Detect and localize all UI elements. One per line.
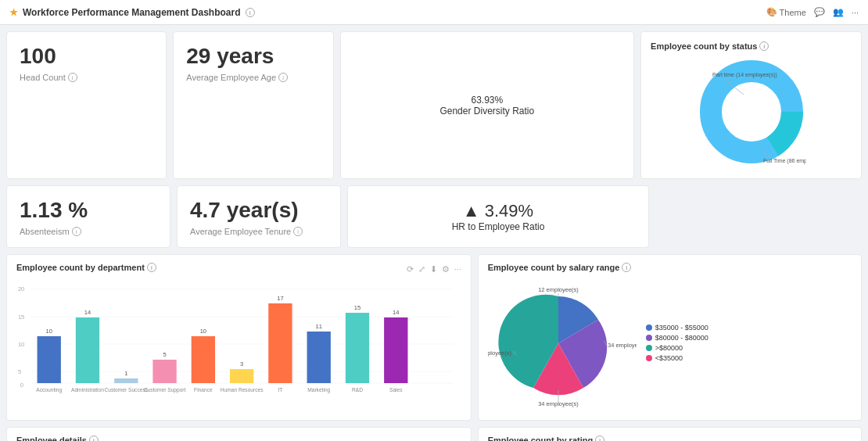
pie-chart-container: 12 employee(s) 34 employee(s) 20 employe… — [488, 277, 637, 412]
dashboard-title: Workforce Performance Management Dashboa… — [23, 7, 241, 18]
kpi-tenure: 4.7 year(s) Average Employee Tenure i — [177, 185, 341, 248]
legend-dot-3 — [646, 345, 652, 351]
legend-dot-1 — [646, 324, 652, 331]
salary-pie-area: 12 employee(s) 34 employee(s) 20 employe… — [488, 277, 852, 412]
dept-bar-chart: 20 15 10 5 0 10 Accounting — [16, 281, 461, 395]
svg-text:15: 15 — [354, 303, 360, 310]
gender-value: 63.93% — [471, 95, 503, 106]
svg-text:12 employee(s): 12 employee(s) — [538, 286, 579, 293]
more-icon[interactable]: ··· — [852, 8, 859, 17]
legend-item-4: <$35000 — [646, 354, 708, 362]
svg-text:0: 0 — [20, 381, 24, 388]
donut-chart-area: Part time (14 employee(s)) Full Time (86… — [651, 57, 852, 169]
svg-text:R&D: R&D — [352, 386, 363, 392]
status-card-title: Employee count by status i — [651, 41, 852, 51]
top-bar-left: ★ Workforce Performance Management Dashb… — [9, 7, 255, 18]
bar-it[interactable] — [268, 303, 292, 383]
absenteeism-value: 1.13 % — [20, 197, 157, 224]
tenure-info-icon[interactable]: i — [293, 227, 303, 236]
bottom-row: Employee details i Name Email Department… — [6, 427, 862, 441]
avg-age-info-icon[interactable]: i — [278, 73, 288, 82]
bar-accounting[interactable] — [38, 336, 61, 383]
employee-table-card: Employee details i Name Email Department… — [6, 427, 472, 441]
svg-text:20: 20 — [18, 285, 25, 292]
salary-info-icon[interactable]: i — [622, 263, 631, 272]
headcount-label: Head Count i — [20, 73, 153, 82]
salary-pie-chart: 12 employee(s) 34 employee(s) 20 employe… — [488, 277, 637, 410]
svg-text:1: 1 — [124, 369, 127, 376]
bar-sales[interactable] — [384, 317, 407, 383]
svg-text:Accounting: Accounting — [36, 386, 62, 393]
theme-button[interactable]: 🎨 Theme — [766, 7, 806, 17]
avg-age-label: Average Employee Age i — [186, 73, 320, 82]
legend-item-1: $35000 - $55000 — [646, 324, 708, 332]
svg-text:10: 10 — [18, 340, 25, 347]
headcount-value: 100 — [20, 43, 153, 70]
absenteeism-info-icon[interactable]: i — [72, 227, 81, 236]
svg-text:34 employee(s): 34 employee(s) — [608, 342, 637, 349]
bar-administration[interactable] — [76, 317, 99, 383]
bar-customer-success[interactable] — [114, 378, 138, 383]
employee-table-title: Employee details i — [16, 436, 461, 441]
svg-text:IT: IT — [278, 386, 282, 392]
status-card: Employee count by status i Part time (14… — [640, 31, 862, 179]
status-info-icon[interactable]: i — [759, 41, 769, 51]
legend-item-3: >$80000 — [646, 344, 708, 352]
refresh-icon[interactable]: ⟳ — [407, 264, 414, 274]
palette-icon: 🎨 — [766, 7, 777, 17]
svg-text:10: 10 — [200, 327, 207, 334]
bar-marketing[interactable] — [307, 332, 331, 383]
svg-text:3: 3 — [240, 360, 243, 367]
filter-icon[interactable]: ⚙ — [442, 264, 450, 274]
tenure-label: Average Employee Tenure i — [190, 227, 328, 236]
tenure-value: 4.7 year(s) — [190, 197, 328, 224]
legend-dot-2 — [646, 335, 652, 341]
rating-chart-card: Employee count by rating i 40 30 20 10 0 — [478, 427, 862, 441]
kpi-row-1: 100 Head Count i 29 years Average Employ… — [6, 31, 862, 179]
dept-chart-icons: ⟳ ⤢ ⬇ ⚙ ··· — [407, 264, 461, 274]
svg-text:15: 15 — [18, 313, 24, 320]
download-icon[interactable]: ⬇ — [430, 264, 437, 274]
absenteeism-label: Absenteeism i — [20, 227, 157, 236]
dept-chart-card: Employee count by department i ⟳ ⤢ ⬇ ⚙ ·… — [6, 254, 472, 421]
salary-chart-title: Employee count by salary range i — [488, 263, 852, 272]
svg-text:11: 11 — [316, 322, 322, 329]
expand-icon[interactable]: ⤢ — [418, 264, 425, 274]
svg-text:14: 14 — [393, 308, 400, 315]
top-bar-right: 🎨 Theme 💬 👥 ··· — [766, 7, 859, 17]
avg-age-value: 29 years — [186, 43, 320, 70]
bar-rnd[interactable] — [346, 313, 369, 383]
table-info-icon[interactable]: i — [89, 436, 99, 441]
legend-item-2: $80000 - $80000 — [646, 334, 708, 342]
dept-chart-title-row: Employee count by department i ⟳ ⤢ ⬇ ⚙ ·… — [16, 263, 461, 277]
bar-finance[interactable] — [192, 336, 215, 383]
svg-text:Finance: Finance — [194, 386, 213, 392]
kpi-absenteeism: 1.13 % Absenteeism i — [6, 185, 170, 248]
donut-chart: Part time (14 employee(s)) Full Time (86… — [697, 57, 806, 167]
kpi-row-2: 1.13 % Absenteeism i 4.7 year(s) Average… — [6, 185, 862, 248]
svg-text:Administration: Administration — [71, 386, 104, 392]
rating-info-icon[interactable]: i — [595, 436, 604, 441]
dept-chart-title: Employee count by department i — [16, 263, 156, 272]
bar-hr[interactable] — [230, 369, 253, 383]
svg-text:Human Resources: Human Resources — [221, 386, 264, 392]
gender-label: Gender Diversity Ratio — [439, 106, 534, 117]
kpi-gender: 63.93% Gender Diversity Ratio — [340, 31, 635, 179]
rating-chart-title: Employee count by rating i — [488, 436, 852, 441]
kpi-hr-ratio: ▲ 3.49% HR to Employee Ratio — [347, 185, 649, 248]
more-chart-icon[interactable]: ··· — [454, 264, 461, 274]
share-icon[interactable]: 👥 — [833, 7, 844, 17]
headcount-info-icon[interactable]: i — [68, 73, 77, 82]
salary-chart-card: Employee count by salary range i — [478, 254, 862, 421]
svg-text:Sales: Sales — [389, 386, 403, 392]
comment-icon[interactable]: 💬 — [814, 7, 825, 17]
svg-text:17: 17 — [277, 294, 283, 301]
svg-text:Customer Support: Customer Support — [144, 386, 186, 393]
svg-text:5: 5 — [163, 350, 166, 357]
star-icon: ★ — [9, 7, 18, 18]
svg-point-2 — [723, 84, 780, 140]
bar-customer-support[interactable] — [152, 360, 176, 383]
legend-dot-4 — [646, 355, 652, 361]
dept-chart-info-icon[interactable]: i — [147, 263, 156, 272]
charts-row: Employee count by department i ⟳ ⤢ ⬇ ⚙ ·… — [6, 254, 862, 421]
